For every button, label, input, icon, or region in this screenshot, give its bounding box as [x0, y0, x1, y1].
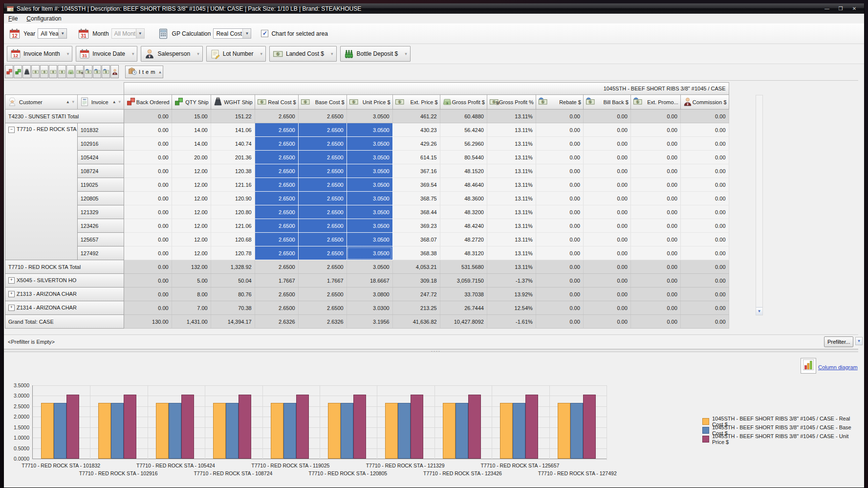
grid-cell[interactable]: 0.00 — [583, 123, 630, 137]
grid-cell[interactable]: 2.6500 — [298, 260, 347, 274]
grid-cell[interactable]: 2.6500 — [298, 233, 347, 246]
grid-cell[interactable]: 0.00 — [583, 233, 630, 246]
grid-cell[interactable]: 367.16 — [392, 164, 440, 178]
column-header-ext-promo[interactable]: $Ext. Promo... — [630, 95, 680, 110]
grid-cell[interactable]: 0.00 — [630, 246, 680, 260]
grid-cell[interactable]: 0.00 — [536, 301, 583, 315]
grid-cell[interactable]: 18.6667 — [347, 274, 392, 288]
grid-cell[interactable]: 5.00 — [172, 274, 211, 288]
grid-cell[interactable]: 48.1520 — [440, 164, 487, 178]
grid-cell[interactable]: 0.00 — [630, 137, 680, 151]
grid-cell[interactable]: 2.6500 — [298, 151, 347, 164]
grid-cell[interactable]: 132.00 — [172, 260, 211, 274]
grid-cell[interactable]: 0.00 — [536, 137, 583, 151]
column-header-gross-profit[interactable]: $%Gross Profit % — [487, 95, 536, 110]
grid-cell[interactable]: 0.00 — [124, 164, 172, 178]
column-header-unit-price[interactable]: $Unit Price $ — [347, 95, 392, 110]
grid-cell[interactable]: 33.7038 — [440, 288, 487, 301]
grid-cell[interactable]: 0.00 — [124, 246, 172, 260]
grid-cell[interactable]: 151.22 — [211, 110, 255, 123]
grid-cell[interactable]: 0.00 — [680, 178, 729, 192]
filter-button-invoice-month[interactable]: 12Invoice Month▾ — [7, 46, 72, 62]
grid-cell[interactable]: 2.6500 — [298, 288, 347, 301]
grid-vertical-scrollbar[interactable]: ▼ — [756, 95, 763, 315]
invoice-cell[interactable]: 127492 — [77, 246, 124, 260]
grid-cell[interactable]: 121.06 — [211, 219, 255, 233]
grid-cell[interactable]: 13.11% — [487, 178, 536, 192]
column-header-bill-back[interactable]: $Bill Back $ — [583, 95, 630, 110]
grid-cell[interactable]: 2.6500 — [298, 301, 347, 315]
chart-for-selected-area-checkbox[interactable]: ✓ — [261, 30, 268, 37]
grid-cell[interactable]: 0.00 — [536, 219, 583, 233]
grid-cell[interactable]: 0.00 — [680, 205, 729, 219]
grid-cell[interactable]: 0.00 — [630, 164, 680, 178]
grid-cell[interactable]: 0.00 — [680, 315, 729, 329]
grid-cell[interactable]: 3.0500 — [347, 260, 392, 274]
column-header-base-cost[interactable]: $Base Cost $ — [298, 95, 347, 110]
grid-cell[interactable]: 2.6500 — [255, 260, 298, 274]
customer-cell[interactable]: T7710 - RED ROCK STA Total — [5, 260, 124, 274]
grid-cell[interactable]: 0.00 — [630, 274, 680, 288]
filter-button-salesperson[interactable]: Salesperson▾ — [141, 46, 202, 62]
grid-cell[interactable]: 1.7667 — [255, 274, 298, 288]
grid-cell[interactable]: 41,636.82 — [392, 315, 440, 329]
invoice-cell[interactable]: 108724 — [77, 164, 124, 178]
column-header-wght-ship[interactable]: WGHT Ship — [211, 95, 255, 110]
grid-cell[interactable]: 0.00 — [630, 151, 680, 164]
grid-cell[interactable]: 0.00 — [536, 260, 583, 274]
grid-cell[interactable]: 13.11% — [487, 123, 536, 137]
grid-cell[interactable]: 2.6500 — [255, 178, 298, 192]
grid-cell[interactable]: 309.18 — [392, 274, 440, 288]
grid-cell[interactable]: 0.00 — [583, 315, 630, 329]
grid-cell[interactable]: 141.06 — [211, 123, 255, 137]
grid-cell[interactable]: 0.00 — [124, 205, 172, 219]
grid-cell[interactable]: 0.00 — [124, 192, 172, 205]
grid-cell[interactable]: 0.00 — [680, 164, 729, 178]
grid-cell[interactable]: 2.6500 — [298, 110, 347, 123]
grid-cell[interactable]: 0.00 — [680, 192, 729, 205]
grid-cell[interactable]: 0.00 — [124, 137, 172, 151]
invoice-cell[interactable]: 101832 — [77, 123, 124, 137]
grid-cell[interactable]: 0.00 — [630, 205, 680, 219]
grid-cell[interactable]: 0.00 — [630, 260, 680, 274]
grid-cell[interactable]: -1.61% — [487, 315, 536, 329]
grid-cell[interactable]: 2.6500 — [255, 301, 298, 315]
grid-cell[interactable]: 0.00 — [583, 246, 630, 260]
grid-cell[interactable]: 0.00 — [536, 274, 583, 288]
customer-cell[interactable]: +X5045 - SILVERTON HO — [5, 274, 124, 288]
grid-cell[interactable]: 2.6500 — [298, 137, 347, 151]
grid-cell[interactable]: 2.6500 — [255, 110, 298, 123]
grid-cell[interactable]: 2.6326 — [298, 315, 347, 329]
grid-cell[interactable]: 12.00 — [172, 164, 211, 178]
grid-cell[interactable]: 48.3120 — [440, 246, 487, 260]
grid-cell[interactable]: 0.00 — [630, 301, 680, 315]
expand-plus-icon[interactable]: + — [8, 277, 15, 284]
grid-cell[interactable]: 430.23 — [392, 123, 440, 137]
grid-cell[interactable]: 368.38 — [392, 246, 440, 260]
close-button[interactable]: ✕ — [847, 5, 861, 12]
grid-cell[interactable]: 0.00 — [680, 301, 729, 315]
customer-cell[interactable]: T4230 - SUNSET STATI Total — [5, 110, 124, 123]
customer-cell[interactable]: Grand Total: CASE — [5, 315, 124, 329]
grid-cell[interactable]: 13.11% — [487, 246, 536, 260]
grid-cell[interactable]: 13.11% — [487, 164, 536, 178]
grid-cell[interactable]: 2.6500 — [255, 137, 298, 151]
expand-plus-icon[interactable]: + — [8, 291, 15, 297]
grid-cell[interactable]: 3.0500 — [347, 151, 392, 164]
grid-cell[interactable]: 3.0500 — [347, 137, 392, 151]
grid-cell[interactable]: 2.6500 — [255, 123, 298, 137]
grid-cell[interactable]: 0.00 — [536, 233, 583, 246]
grid-cell[interactable]: 0.00 — [630, 192, 680, 205]
filter-button-landed-cost[interactable]: $Landed Cost $▾ — [269, 46, 337, 62]
grid-cell[interactable]: 2.6500 — [255, 246, 298, 260]
grid-cell[interactable]: 56.4240 — [440, 123, 487, 137]
grid-cell[interactable]: 14.00 — [172, 123, 211, 137]
grid-cell[interactable]: 1,431.00 — [172, 315, 211, 329]
grid-cell[interactable]: 70.38 — [211, 301, 255, 315]
grid-cell[interactable]: 13.11% — [487, 205, 536, 219]
grid-cell[interactable]: 0.00 — [680, 137, 729, 151]
grid-cell[interactable]: 0.00 — [124, 151, 172, 164]
gp-calculation-select[interactable]: Real Cost ▼ — [213, 28, 251, 39]
grid-cell[interactable]: 0.00 — [630, 110, 680, 123]
grid-cell[interactable]: 0.00 — [536, 151, 583, 164]
